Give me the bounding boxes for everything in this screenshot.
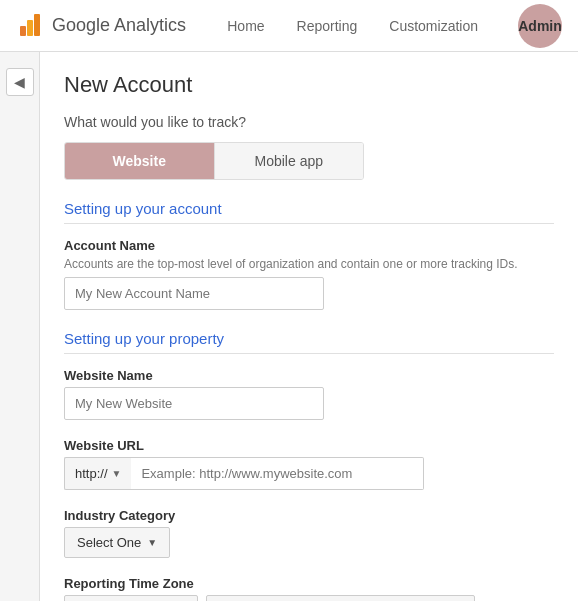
nav-home[interactable]: Home [223,2,268,50]
nav-reporting[interactable]: Reporting [293,2,362,50]
account-section-header: Setting up your account [64,200,554,224]
property-section: Setting up your property Website Name We… [64,330,554,601]
back-button[interactable]: ◀ [6,68,34,96]
tz-zone-dropdown[interactable]: (GMT+00:00) GMT (no daylight saving) ▼ [206,595,474,601]
tz-country-dropdown[interactable]: United Kingdom ▼ [64,595,198,601]
industry-dropdown-arrow-icon: ▼ [147,537,157,548]
track-type-selector: Website Mobile app [64,142,364,180]
url-protocol-arrow-icon: ▼ [112,468,122,479]
tz-row: United Kingdom ▼ (GMT+00:00) GMT (no day… [64,595,554,601]
account-name-field-group: Account Name Accounts are the top-most l… [64,238,554,310]
property-section-header: Setting up your property [64,330,554,354]
reporting-tz-field-group: Reporting Time Zone United Kingdom ▼ (GM… [64,576,554,601]
page-title: New Account [64,72,554,98]
logo-text: Google Analytics [52,15,186,36]
reporting-tz-label: Reporting Time Zone [64,576,554,591]
track-website-button[interactable]: Website [65,143,215,179]
url-row: http:// ▼ [64,457,424,490]
website-name-input[interactable] [64,387,324,420]
admin-button[interactable]: Admin [518,4,562,48]
page-body: ◀ New Account What would you like to tra… [0,52,578,601]
website-name-field-group: Website Name [64,368,554,420]
website-name-label: Website Name [64,368,554,383]
top-nav: Google Analytics Home Reporting Customiz… [0,0,578,52]
account-name-label: Account Name [64,238,554,253]
logo-area: Google Analytics [16,12,186,40]
account-section: Setting up your account Account Name Acc… [64,200,554,310]
url-protocol-dropdown[interactable]: http:// ▼ [64,457,131,490]
nav-links: Home Reporting Customization Admin [223,2,562,50]
account-name-input[interactable] [64,277,324,310]
industry-category-field-group: Industry Category Select One ▼ [64,508,554,558]
svg-rect-2 [34,14,40,36]
industry-label: Industry Category [64,508,554,523]
back-icon: ◀ [14,74,25,90]
main-content: New Account What would you like to track… [40,52,578,601]
industry-dropdown-text: Select One [77,535,141,550]
website-url-label: Website URL [64,438,554,453]
nav-customization[interactable]: Customization [385,2,482,50]
account-name-hint: Accounts are the top-most level of organ… [64,257,554,271]
svg-rect-1 [27,20,33,36]
industry-dropdown[interactable]: Select One ▼ [64,527,170,558]
website-url-input[interactable] [131,457,424,490]
svg-rect-0 [20,26,26,36]
track-mobileapp-button[interactable]: Mobile app [215,143,364,179]
sidebar: ◀ [0,52,40,601]
track-question: What would you like to track? [64,114,554,130]
ga-logo-icon [16,12,44,40]
website-url-field-group: Website URL http:// ▼ [64,438,554,490]
url-protocol-text: http:// [75,466,108,481]
